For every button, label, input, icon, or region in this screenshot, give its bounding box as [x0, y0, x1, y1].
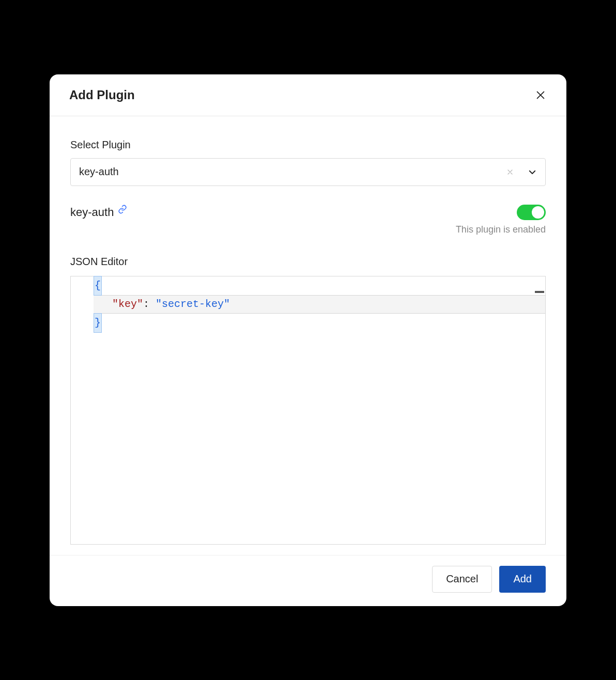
code-line: } [94, 314, 545, 332]
plugin-name-text: key-auth [70, 206, 114, 219]
close-icon[interactable] [534, 89, 547, 101]
json-key: "key" [112, 295, 143, 314]
code-line: "key" : "secret-key" [94, 295, 545, 314]
brace-close: } [94, 313, 102, 333]
clear-icon[interactable] [505, 167, 515, 177]
plugin-select-value: key-auth [79, 166, 505, 178]
json-string: "secret-key" [156, 295, 230, 314]
add-plugin-modal: Add Plugin Select Plugin key-auth [50, 74, 566, 606]
json-editor-label: JSON Editor [70, 256, 546, 268]
modal-header: Add Plugin [50, 74, 566, 116]
editor-code-area[interactable]: { "key" : "secret-key" } [94, 276, 545, 544]
code-line: { [94, 276, 545, 295]
enabled-hint: This plugin is enabled [70, 224, 546, 235]
toggle-knob [532, 206, 544, 219]
enabled-toggle[interactable] [517, 205, 546, 220]
link-icon[interactable] [118, 205, 127, 214]
scroll-indicator [535, 291, 544, 293]
chevron-down-icon [528, 167, 537, 177]
select-plugin-label: Select Plugin [70, 139, 546, 151]
modal-footer: Cancel Add [50, 555, 566, 606]
plugin-title-row: key-auth [70, 205, 546, 220]
cancel-button[interactable]: Cancel [432, 566, 492, 593]
brace-open: { [94, 276, 102, 296]
plugin-select[interactable]: key-auth [70, 158, 546, 186]
json-editor[interactable]: { "key" : "secret-key" } [70, 276, 546, 545]
plugin-name: key-auth [70, 206, 127, 219]
add-button[interactable]: Add [499, 566, 546, 593]
json-colon: : [143, 295, 156, 314]
modal-title: Add Plugin [69, 88, 135, 102]
modal-body: Select Plugin key-auth key-auth [50, 116, 566, 555]
editor-gutter [71, 276, 94, 544]
